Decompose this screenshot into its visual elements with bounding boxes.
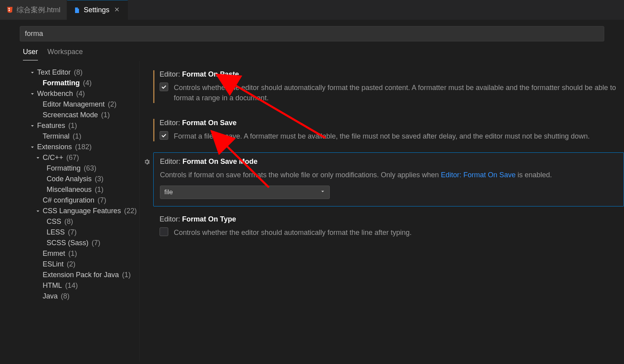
scope-tab-workspace[interactable]: Workspace [47, 48, 83, 60]
desc-pre: Controls if format on save formats the w… [160, 171, 441, 179]
tree-count: (2) [67, 260, 75, 268]
tab-file-label: 综合案例.html [17, 5, 60, 15]
chevron-down-icon [29, 69, 36, 76]
tree-ext-java-pack[interactable]: Extension Pack for Java (1) [23, 270, 139, 280]
tree-eslint[interactable]: ESLint (2) [23, 259, 139, 270]
tree-count: (1) [73, 132, 81, 141]
setting-prefix: Editor: [160, 158, 182, 165]
tree-count: (67) [66, 154, 79, 162]
select-value: file [164, 188, 173, 196]
tree-label: Formatting [43, 79, 80, 87]
tree-count: (2) [108, 100, 117, 109]
tree-extensions[interactable]: Extensions (182) [23, 142, 139, 152]
settings-scope-tabs: User Workspace [0, 41, 624, 61]
gear-icon[interactable] [143, 158, 150, 165]
setting-description: Controls if format on save formats the w… [160, 170, 617, 180]
tree-css[interactable]: CSS (8) [23, 216, 139, 227]
chevron-down-icon [320, 188, 325, 196]
setting-title: Editor: Format On Paste [160, 70, 618, 79]
setting-name: Format On Save [182, 119, 237, 127]
select-format-on-save-mode[interactable]: file [160, 186, 330, 199]
tree-count: (3) [95, 175, 103, 183]
tree-css-lang[interactable]: CSS Language Features (22) [23, 206, 139, 216]
tree-count: (8) [74, 68, 83, 77]
tree-html[interactable]: HTML (14) [23, 280, 139, 291]
tree-label: Code Analysis [47, 175, 92, 183]
tree-label: Terminal [43, 132, 70, 141]
tree-label: SCSS (Sass) [47, 239, 88, 247]
tab-file[interactable]: 综合案例.html [0, 0, 67, 20]
tree-csharp[interactable]: C# configuration (7) [23, 195, 139, 206]
checkbox-format-on-paste[interactable] [160, 83, 168, 91]
tree-misc[interactable]: Miscellaneous (1) [23, 184, 139, 195]
tab-settings-label: Settings [84, 6, 109, 14]
tree-count: (63) [84, 164, 96, 173]
tree-formatting[interactable]: Formatting (4) [23, 78, 139, 88]
settings-list[interactable]: Editor: Format On Paste Controls whether… [140, 61, 624, 362]
tree-label: Extension Pack for Java [43, 271, 119, 279]
checkbox-format-on-type[interactable] [160, 227, 168, 236]
setting-description: Format a file on save. A formatter must … [174, 131, 590, 141]
setting-link-format-on-save[interactable]: Editor: Format On Save [441, 171, 515, 179]
tree-label: Emmet [43, 250, 65, 258]
setting-prefix: Editor: [160, 215, 182, 223]
setting-format-on-type: Editor: Format On Type Controls whether … [153, 210, 624, 245]
settings-file-icon [73, 7, 81, 14]
tree-count: (7) [68, 228, 77, 236]
close-icon[interactable] [113, 5, 121, 15]
settings-tree[interactable]: Text Editor (8) Formatting (4) Workbench… [23, 61, 140, 362]
setting-title: Editor: Format On Save [160, 119, 618, 127]
tree-count: (8) [61, 292, 70, 300]
tree-label: Miscellaneous [47, 186, 92, 194]
setting-prefix: Editor: [160, 70, 182, 78]
chevron-down-icon [29, 123, 36, 129]
tree-label: Editor Management [43, 100, 105, 109]
tree-label: CSS [47, 218, 61, 226]
desc-post: is enabled. [515, 171, 552, 179]
tree-workbench[interactable]: Workbench (4) [23, 88, 139, 99]
tree-label: Formatting [47, 164, 81, 173]
scope-tab-user[interactable]: User [23, 48, 38, 60]
editor-tabs-bar: 综合案例.html Settings [0, 0, 624, 20]
tree-java[interactable]: Java (8) [23, 291, 139, 302]
tree-label: Screencast Mode [43, 111, 98, 119]
setting-format-on-save: Editor: Format On Save Format a file on … [153, 114, 624, 148]
tree-label: C# configuration [43, 196, 94, 205]
setting-title: Editor: Format On Save Mode [160, 158, 617, 166]
setting-format-on-paste: Editor: Format On Paste Controls whether… [153, 66, 624, 110]
tree-scss[interactable]: SCSS (Sass) (7) [23, 238, 139, 248]
tree-emmet[interactable]: Emmet (1) [23, 248, 139, 259]
tree-terminal[interactable]: Terminal (1) [23, 131, 139, 142]
html-file-icon [6, 6, 13, 13]
tree-label: Features [37, 122, 65, 130]
tree-label: Java [43, 292, 58, 300]
tree-text-editor[interactable]: Text Editor (8) [23, 67, 139, 78]
setting-description: Controls whether the editor should autom… [174, 227, 412, 238]
settings-search-input[interactable] [20, 26, 604, 41]
tree-label: Text Editor [37, 68, 71, 77]
tree-screencast-mode[interactable]: Screencast Mode (1) [23, 110, 139, 120]
tree-label: CSS Language Features [43, 207, 121, 215]
tree-label: HTML [43, 281, 62, 290]
tab-settings[interactable]: Settings [67, 0, 128, 20]
chevron-down-icon [35, 155, 41, 161]
setting-description: Controls whether the editor should autom… [174, 83, 618, 103]
settings-search-row [0, 20, 624, 41]
chevron-down-icon [29, 91, 36, 97]
chevron-down-icon [29, 144, 36, 150]
tree-ccpp-formatting[interactable]: Formatting (63) [23, 163, 139, 174]
setting-name: Format On Save Mode [182, 158, 257, 165]
tree-features[interactable]: Features (1) [23, 120, 139, 131]
tree-count: (22) [124, 207, 137, 215]
setting-format-on-save-mode: Editor: Format On Save Mode Controls if … [153, 152, 624, 206]
tree-label: Workbench [37, 90, 73, 98]
tree-count: (1) [68, 122, 77, 130]
tree-code-analysis[interactable]: Code Analysis (3) [23, 174, 139, 184]
checkbox-format-on-save[interactable] [160, 131, 168, 140]
tree-less[interactable]: LESS (7) [23, 227, 139, 238]
tree-editor-management[interactable]: Editor Management (2) [23, 99, 139, 110]
tree-count: (14) [65, 281, 78, 290]
tree-count: (1) [122, 271, 131, 279]
setting-prefix: Editor: [160, 119, 182, 127]
tree-ccpp[interactable]: C/C++ (67) [23, 152, 139, 163]
